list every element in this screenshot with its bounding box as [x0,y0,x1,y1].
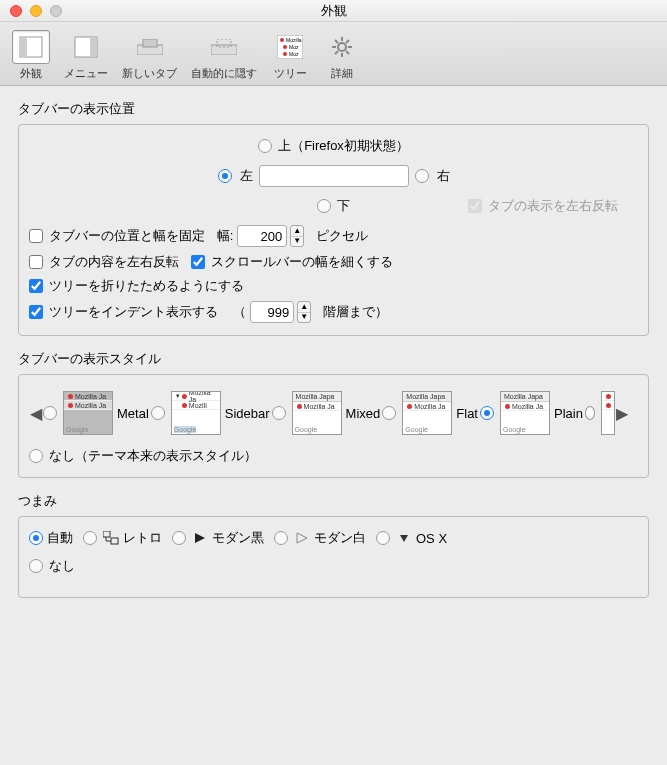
panel-right-icon [72,33,100,61]
grabber-auto-radio[interactable] [29,531,43,545]
style-label: Sidebar [225,406,270,421]
reverse-content-label: タブの内容を左右反転 [49,253,179,271]
style-sidebar-thumb: ▾ Mozilla Ja Mozill Google [171,391,221,435]
collapsible-checkbox[interactable] [29,279,43,293]
position-down-label: 下 [337,197,350,215]
arrow-black-icon [190,529,210,547]
collapsible-label: ツリーを折りたためるようにする [49,277,244,295]
grabber-auto-label: 自動 [47,529,73,547]
fix-width-checkbox[interactable] [29,229,43,243]
reverse-content-checkbox[interactable] [29,255,43,269]
mirror-checkbox [468,199,482,213]
section-title-position: タブバーの表示位置 [18,100,649,118]
svg-line-23 [346,40,349,43]
indent-checkbox[interactable] [29,305,43,319]
style-mixed-thumb: Mozilla Japa Mozilla Ja Google [292,391,342,435]
style-label: Mixed [346,406,381,421]
svg-text:Moz: Moz [289,44,299,50]
toolbar-label: 外観 [20,66,42,81]
svg-point-15 [338,43,346,51]
position-left-radio[interactable] [218,169,232,183]
style-sidebar-radio[interactable] [151,406,165,420]
position-right-radio[interactable] [415,169,429,183]
style-none-radio[interactable] [29,449,43,463]
svg-marker-28 [195,533,205,543]
toolbar-newtab[interactable]: 新しいタブ [118,28,181,83]
svg-rect-25 [111,538,118,544]
grabber-group: 自動 レトロ モダン黒 モダン白 OS X [18,516,649,598]
tab-icon [136,33,164,61]
position-up-label: 上（Firefox初期状態） [278,137,409,155]
style-label: Flat [456,406,478,421]
narrow-scrollbar-label: スクロールバーの幅を細くする [211,253,393,271]
grabber-modern-black-radio[interactable] [172,531,186,545]
position-left-field[interactable] [259,165,409,187]
svg-text:Mozilla: Mozilla [286,37,302,43]
narrow-scrollbar-checkbox[interactable] [191,255,205,269]
toolbar: 外観 メニュー 新しいタブ 自動的に隠す Mozilla Moz Moz ツリー [0,22,667,86]
style-extra-radio[interactable] [585,406,595,420]
toolbar-label: 新しいタブ [122,66,177,81]
svg-text:Moz: Moz [289,51,299,57]
toolbar-appearance[interactable]: 外観 [8,28,54,83]
tab-dashed-icon [210,33,238,61]
grabber-modern-white-label: モダン白 [314,529,366,547]
style-scroll-left[interactable]: ◀ [31,404,41,423]
style-flat-radio[interactable] [382,406,396,420]
style-scroll-right[interactable]: ▶ [617,404,627,423]
indent-label: ツリーをインデント表示する [49,303,218,321]
toolbar-label: 詳細 [331,66,353,81]
retro-grip-icon [101,529,121,547]
style-label: Metal [117,406,149,421]
svg-line-22 [335,51,338,54]
toolbar-tree[interactable]: Mozilla Moz Moz ツリー [267,28,313,83]
svg-marker-29 [297,533,307,543]
grabber-modern-white-radio[interactable] [274,531,288,545]
width-input[interactable] [237,225,287,247]
indent-suffix: 階層まで） [323,303,388,321]
titlebar: 外観 [0,0,667,22]
style-plain-radio[interactable] [480,406,494,420]
svg-point-9 [280,38,284,42]
toolbar-label: メニュー [64,66,108,81]
style-extra-thumb [601,391,615,435]
svg-rect-5 [143,39,157,47]
style-metal-radio[interactable] [43,406,57,420]
style-metal-thumb: Mozilla Ja Mozilla Ja Google [63,391,113,435]
grabber-modern-black-label: モダン黒 [212,529,264,547]
osx-triangle-icon [394,529,414,547]
svg-rect-24 [103,531,110,537]
grabber-none-radio[interactable] [29,559,43,573]
window-title: 外観 [0,2,667,20]
toolbar-label: 自動的に隠す [191,66,257,81]
svg-point-11 [283,45,287,49]
grabber-osx-radio[interactable] [376,531,390,545]
panel-left-icon [17,33,45,61]
toolbar-menu[interactable]: メニュー [60,28,112,83]
indent-input[interactable] [250,301,294,323]
fix-width-label: タブバーの位置と幅を固定 [49,227,205,245]
gear-icon [328,33,356,61]
svg-marker-30 [400,535,408,542]
width-label: 幅: [217,227,234,245]
style-none-label: なし（テーマ本来の表示スタイル） [49,447,257,465]
toolbar-autohide[interactable]: 自動的に隠す [187,28,261,83]
position-down-radio[interactable] [317,199,331,213]
style-mixed-radio[interactable] [272,406,286,420]
style-flat-thumb: Mozilla Japa Mozilla Ja Google [402,391,452,435]
toolbar-details[interactable]: 詳細 [319,28,365,83]
mirror-label: タブの表示を左右反転 [488,197,618,215]
position-right-label: 右 [437,167,450,185]
svg-line-20 [335,40,338,43]
arrow-white-icon [292,529,312,547]
grabber-osx-label: OS X [416,531,447,546]
grabber-retro-radio[interactable] [83,531,97,545]
indent-open: （ [233,303,246,321]
width-stepper[interactable]: ▲▼ [290,225,304,247]
section-title-grabber: つまみ [18,492,649,510]
indent-stepper[interactable]: ▲▼ [297,301,311,323]
style-label: Plain [554,406,583,421]
svg-line-21 [346,51,349,54]
position-up-radio[interactable] [258,139,272,153]
svg-point-13 [283,52,287,56]
